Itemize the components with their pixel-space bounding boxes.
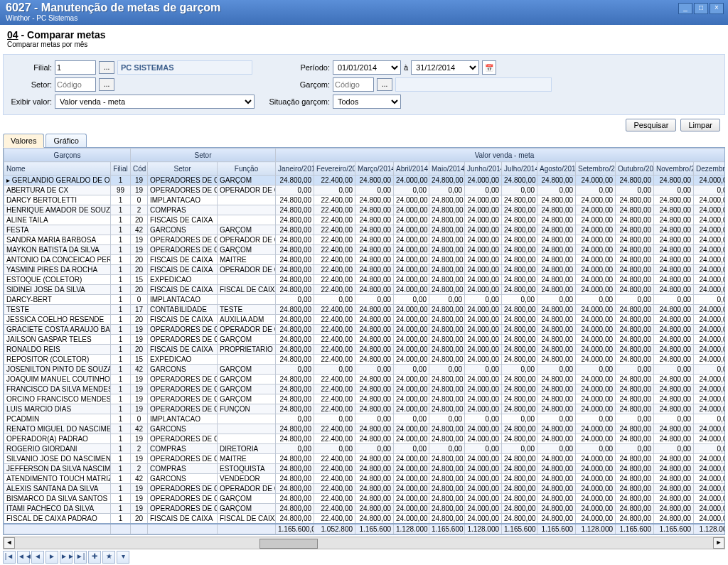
filter-panel: Filial: ... PC SISTEMAS Setor: ... Exibi… [3,54,725,115]
table-row[interactable]: FRANCISCO DA SILVA MENDES119OPERADORES D… [4,384,726,394]
close-icon[interactable]: × [710,3,724,14]
table-row[interactable]: JEFFERSON DA SILVA NASCIMENTO12COMPRASES… [4,464,726,474]
table-row[interactable]: GRACIETE COSTA ARAUJO BARBOSA119OPERADOR… [4,325,726,335]
table-row[interactable]: HENRIQUE AMADOR DE SOUZA12COMPRAS24.800,… [4,205,726,215]
col-header[interactable]: Setor [148,162,218,176]
exibir-select[interactable]: Valor venda - meta [55,95,255,109]
table-row[interactable]: MAYKON BATISTA DA SILVA119OPERADORES DE … [4,245,726,255]
table-row[interactable]: YASMINI PIRES DA ROCHA120FISCAIS DE CAIX… [4,265,726,275]
nav-filter-icon[interactable]: ▾ [117,551,129,564]
table-row[interactable]: LUIS MARCIO DIAS119OPERADORES DE CAFUNÇO… [4,404,726,414]
col-header[interactable]: Função [218,162,276,176]
situacao-select[interactable]: Todos [333,95,401,109]
table-row[interactable]: ORCINO FRANCISCO MENDES119OPERADORES DE … [4,394,726,404]
table-row[interactable]: DARCY BERTOLETTI10IMPLANTACAO24.800,0022… [4,195,726,205]
table-row[interactable]: ▸ GERLANDIO GERALDO DE OLIVEI119OPERADOR… [4,176,726,185]
setor-label: Setor: [11,80,52,89]
col-header[interactable]: Nome [4,162,111,176]
table-row[interactable]: REPOSITOR (COLETOR)115EXPEDICAO24.800,00… [4,355,726,365]
table-row[interactable]: RENATO MIGUEL DO NASCIMENTO142GARCONS24.… [4,424,726,434]
exibir-label: Exibir valor: [11,97,52,106]
app-code: 6027 [6,1,31,14]
tab-valores[interactable]: Valores [3,134,44,148]
col-header[interactable]: Agosto/2014 [537,162,576,176]
col-header[interactable]: Abril/2014 [394,162,429,176]
maximize-icon[interactable]: □ [694,3,708,14]
col-header[interactable]: Maio/2014 [429,162,465,176]
scroll-left-icon[interactable]: ◄ [4,537,15,549]
table-row[interactable]: JESSICA COELHO RESENDE120FISCAIS DE CAIX… [4,315,726,325]
col-header[interactable]: Setembro/2014 [576,162,616,176]
limpar-button[interactable]: Limpar [680,119,720,131]
col-group-setor[interactable]: Setor [131,149,276,162]
table-row[interactable]: BISMARCO DA SILVA SANTOS119OPERADORES DE… [4,494,726,504]
table-row[interactable]: ATENDIMENTO TOUCH MATRIZ142GARCONSVENDED… [4,474,726,484]
col-group-garcons[interactable]: Garçons [4,149,131,162]
scroll-right-icon[interactable]: ► [713,537,724,549]
col-header[interactable]: Cód [131,162,148,176]
col-header[interactable]: Julho/2014 [502,162,537,176]
minimize-icon[interactable]: _ [678,3,692,14]
nav-prevpage-icon[interactable]: ◄◄ [17,551,30,564]
table-row[interactable]: FISCAL DE CAIXA PADRAO120FISCAIS DE CAIX… [4,514,726,524]
table-row[interactable]: RONALDO REIS120FISCAIS DE CAIXAPROPRIETA… [4,345,726,355]
table-row[interactable]: ESTOQUE (COLETOR)115EXPEDICAO24.800,0022… [4,275,726,285]
periodo-de-input[interactable]: 01/01/2014 [333,60,401,75]
grid[interactable]: Garçons Setor Valor venda - meta Total N… [3,148,725,535]
filial-name: PC SISTEMAS [117,60,252,75]
tab-grafico[interactable]: Gráfico [46,134,86,147]
col-group-meta[interactable]: Valor venda - meta [276,149,725,162]
periodo-ate-input[interactable]: 31/12/2014 [411,60,479,75]
col-header[interactable]: Fevereiro/2014 [314,162,355,176]
table-row[interactable]: PCADMIN10IMPLANTACAO0,000,000,000,000,00… [4,414,726,424]
pesquisar-button[interactable]: Pesquisar [626,119,676,131]
table-row[interactable]: TESTE117CONTABILIDADETESTE24.800,0022.40… [4,305,726,315]
col-header[interactable]: Outubro/2014 [616,162,654,176]
table-row[interactable]: DARCY-BERT10IMPLANTACAO0,000,000,000,000… [4,295,726,305]
nav-prev-icon[interactable]: ◄ [31,551,44,564]
table-row[interactable]: OPERADOR(A) PADRAO119OPERADORES DE CA24.… [4,434,726,444]
table-row[interactable]: ALINE TAILA120FISCAIS DE CAIXA24.800,002… [4,215,726,225]
table-row[interactable]: ABERTURA DE CX9919OPERADORES DE CAOPERAD… [4,185,726,195]
nav-last-icon[interactable]: ►| [74,551,87,564]
garcom-lookup-button[interactable]: ... [377,78,392,91]
scroll-thumb[interactable] [259,539,318,549]
table-row[interactable]: SIDINEI JOSE DA SILVA120FISCAIS DE CAIXA… [4,285,726,295]
col-header[interactable]: Dezembro/2014 [694,162,725,176]
record-navigator: |◄ ◄◄ ◄ ► ►► ►| ✚ ★ ▾ [3,551,725,564]
table-row[interactable]: FESTA142GARCONSGARÇOM24.800,0022.400,002… [4,225,726,235]
nav-nextpage-icon[interactable]: ►► [60,551,73,564]
table-row[interactable]: SANDRA MARIA BARBOSA119OPERADORES DE CAO… [4,235,726,245]
titlebar: 6027 - Manutenção de metas de garçom Win… [0,0,728,25]
filial-input[interactable] [55,60,96,75]
calendar-icon[interactable]: 📅 [482,60,496,75]
col-header[interactable]: Novembro/2014 [654,162,694,176]
garcom-name [395,77,552,92]
col-header[interactable]: Março/2014 [355,162,394,176]
table-row[interactable]: ITAMI PACHECO DA SILVA119OPERADORES DE C… [4,504,726,514]
table-row[interactable]: ANTONIO DA CONCEICAO PEREIRA120FISCAIS D… [4,255,726,265]
col-header[interactable]: Filial [111,162,131,176]
setor-lookup-button[interactable]: ... [99,78,114,91]
filial-label: Filial: [11,63,52,72]
nav-insert-icon[interactable]: ✚ [88,551,101,564]
nav-bookmark-icon[interactable]: ★ [102,551,115,564]
periodo-label: Período: [267,63,330,72]
col-header[interactable]: Junho/2014 [465,162,502,176]
step-header: 04 - Comparar metas Comparar metas por m… [0,25,728,50]
garcom-input[interactable] [333,77,374,92]
filial-lookup-button[interactable]: ... [99,61,114,74]
table-row[interactable]: ROGERIO GIORDANI12COMPRASDIRETORIA0,000,… [4,444,726,454]
table-row[interactable]: JOAQUIM MANUEL COUTINHO PINTO119OPERADOR… [4,375,726,384]
nav-next-icon[interactable]: ► [46,551,58,564]
table-row[interactable]: JOSENILTON PINTO DE SOUZA JUNI142GARCONS… [4,365,726,375]
setor-input[interactable] [55,77,96,92]
nav-first-icon[interactable]: |◄ [3,551,16,564]
horizontal-scrollbar[interactable]: ◄ ► [3,537,725,549]
table-row[interactable]: SILVANIO JOSE DO NASCIMENTO119OPERADORES… [4,454,726,464]
table-row[interactable]: JAILSON GASPAR TELES119OPERADORES DE CAG… [4,335,726,345]
situacao-label: Situação garçom: [267,97,330,106]
col-header[interactable]: Janeiro/2014 [276,162,314,176]
table-row[interactable]: ALEXIS SANTANA DA SILVA119OPERADORES DE … [4,484,726,494]
garcom-label: Garçom: [267,80,330,89]
